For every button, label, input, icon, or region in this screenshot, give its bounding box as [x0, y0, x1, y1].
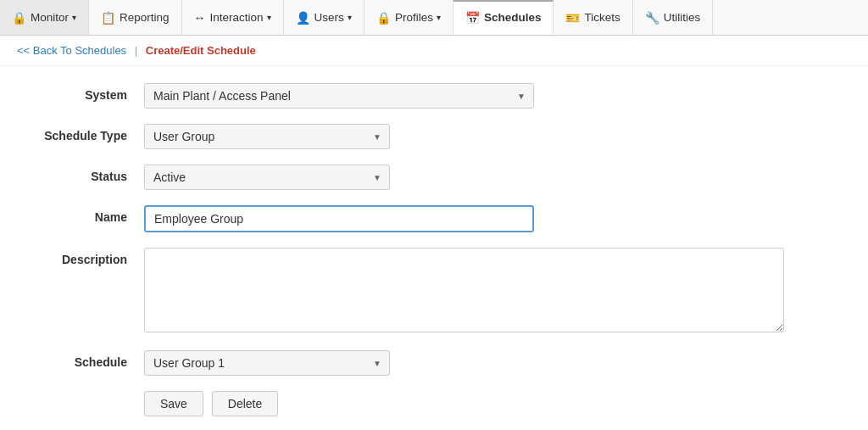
- profiles-caret: ▾: [437, 13, 441, 22]
- nav-schedules[interactable]: 📅 Schedules: [453, 0, 554, 35]
- schedule-select-wrapper: User Group 1: [144, 350, 390, 376]
- description-label: Description: [25, 248, 144, 266]
- users-caret: ▾: [348, 13, 352, 22]
- schedules-icon: 📅: [465, 11, 480, 25]
- breadcrumb-separator: |: [135, 44, 137, 57]
- nav-tickets-label: Tickets: [584, 11, 620, 24]
- system-select[interactable]: Main Plant / Access Panel: [144, 83, 534, 109]
- description-textarea[interactable]: [144, 248, 784, 332]
- delete-button[interactable]: Delete: [212, 391, 278, 416]
- nav-monitor[interactable]: 🔒 Monitor ▾: [0, 0, 89, 35]
- status-label: Status: [25, 165, 144, 183]
- nav-profiles[interactable]: 🔒 Profiles ▾: [364, 0, 453, 35]
- schedule-type-select[interactable]: User Group: [144, 124, 390, 149]
- nav-schedules-label: Schedules: [484, 11, 542, 24]
- nav-profiles-label: Profiles: [395, 11, 433, 24]
- interaction-caret: ▾: [267, 13, 271, 22]
- reporting-icon: 📋: [101, 11, 115, 25]
- buttons-control: Save Delete: [144, 391, 805, 416]
- system-row: System Main Plant / Access Panel: [25, 83, 805, 109]
- nav-interaction-label: Interaction: [210, 11, 264, 24]
- schedule-type-select-wrapper: User Group: [144, 124, 390, 149]
- description-row: Description: [25, 248, 805, 335]
- status-control: Active Inactive: [144, 165, 805, 190]
- name-control: [144, 205, 805, 232]
- users-icon: 👤: [296, 11, 310, 25]
- schedule-control: User Group 1: [144, 350, 805, 376]
- name-row: Name: [25, 205, 805, 232]
- status-select[interactable]: Active Inactive: [144, 165, 390, 190]
- description-control: [144, 248, 805, 335]
- name-input[interactable]: [144, 205, 534, 232]
- tickets-icon: 🎫: [565, 11, 580, 25]
- system-label: System: [25, 83, 144, 102]
- main-navigation: 🔒 Monitor ▾ 📋 Reporting ↔ Interaction ▾ …: [0, 0, 868, 36]
- monitor-icon: 🔒: [12, 11, 26, 25]
- breadcrumb-current: Create/Edit Schedule: [146, 44, 256, 57]
- save-button[interactable]: Save: [144, 391, 203, 416]
- schedule-row: Schedule User Group 1: [25, 350, 805, 376]
- schedule-select[interactable]: User Group 1: [144, 350, 390, 376]
- nav-utilities-label: Utilities: [664, 11, 701, 24]
- back-to-schedules-link[interactable]: << Back To Schedules: [17, 44, 126, 57]
- monitor-caret: ▾: [72, 13, 76, 22]
- status-row: Status Active Inactive: [25, 165, 805, 190]
- utilities-icon: 🔧: [645, 11, 659, 25]
- nav-users[interactable]: 👤 Users ▾: [284, 0, 364, 35]
- nav-monitor-label: Monitor: [31, 11, 69, 24]
- schedule-label: Schedule: [25, 350, 144, 369]
- nav-utilities[interactable]: 🔧 Utilities: [633, 0, 714, 35]
- nav-users-label: Users: [314, 11, 344, 24]
- interaction-icon: ↔: [194, 11, 206, 25]
- system-control: Main Plant / Access Panel: [144, 83, 805, 109]
- schedule-type-label: Schedule Type: [25, 124, 144, 142]
- nav-interaction[interactable]: ↔ Interaction ▾: [182, 0, 284, 35]
- system-select-wrapper: Main Plant / Access Panel: [144, 83, 534, 109]
- buttons-spacer: [25, 391, 144, 396]
- create-edit-schedule-form: System Main Plant / Access Panel Schedul…: [0, 66, 831, 430]
- schedule-type-control: User Group: [144, 124, 805, 149]
- name-label: Name: [25, 205, 144, 224]
- breadcrumb: << Back To Schedules | Create/Edit Sched…: [0, 36, 868, 66]
- profiles-icon: 🔒: [376, 11, 391, 25]
- nav-reporting[interactable]: 📋 Reporting: [89, 0, 182, 35]
- nav-tickets[interactable]: 🎫 Tickets: [554, 0, 632, 35]
- schedule-type-row: Schedule Type User Group: [25, 124, 805, 149]
- status-select-wrapper: Active Inactive: [144, 165, 390, 190]
- nav-reporting-label: Reporting: [120, 11, 170, 24]
- buttons-row: Save Delete: [25, 391, 805, 416]
